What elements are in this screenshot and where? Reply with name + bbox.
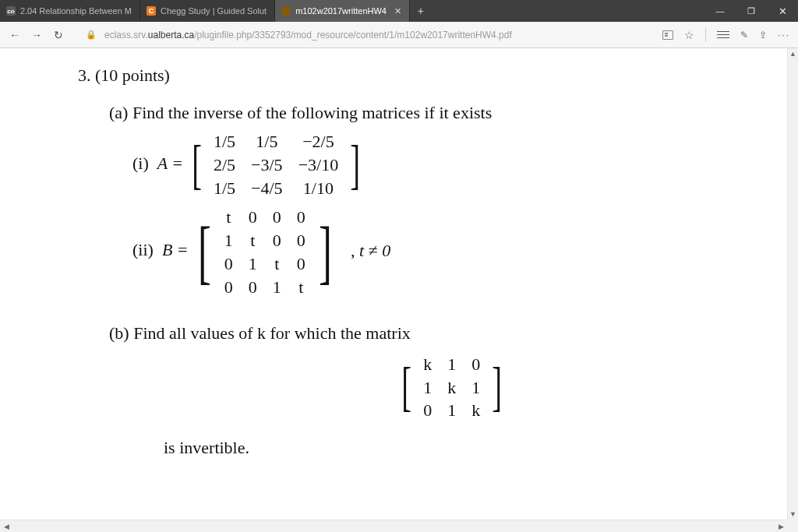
subpart-ii-condition: , t ≠ 0 [351,241,390,260]
part-a-text: Find the inverse of the following matric… [132,103,492,122]
cell: 1/10 [291,177,347,200]
matrix-A-table: 1/51/5−2/5 2/5−3/5−3/10 1/5−4/51/10 [206,130,346,199]
favorite-star-icon[interactable]: ☆ [684,29,694,41]
new-tab-button[interactable]: + [410,0,432,22]
toolbar-right: ☆ ✎ ⇪ ··· [662,28,790,42]
cell: −4/5 [243,177,291,200]
pdf-viewport: 3. (10 points) (a) Find the inverse of t… [0,48,798,520]
reading-view-icon[interactable] [662,30,673,40]
share-icon[interactable]: ⇪ [759,30,767,41]
tab-label: m102w2017writtenHW4 [295,6,387,16]
favicon-co-icon: co [6,6,16,16]
forward-button[interactable]: → [30,29,44,41]
url-path: /pluginfile.php/3352793/mod_resource/con… [194,30,512,41]
web-note-icon[interactable]: ✎ [740,30,748,41]
matrix-K-row: [ k10 1k1 01k ] [78,353,798,422]
cell: k [464,399,488,422]
cell: 0 [241,206,265,229]
cell: −3/10 [291,153,347,177]
cell: t [265,252,289,276]
lock-icon: 🔒 [86,30,97,40]
minimize-button[interactable]: — [704,0,736,22]
subpart-ii-label: (ii) [132,241,154,260]
part-b: (b) Find all values of k for which the m… [78,322,798,345]
part-b-text: Find all values of k for which the matri… [133,323,411,343]
cell: 0 [289,229,313,252]
question-number: 3. [78,65,91,85]
cell: t [217,206,241,229]
part-b-tail: is invertible. [78,436,798,460]
horizontal-scrollbar[interactable]: ◀ ▶ [0,520,787,532]
close-window-button[interactable]: ✕ [767,0,798,22]
matrix-B: [ t000 1t00 01t0 001t ] [192,206,337,298]
cell: 1 [440,399,464,422]
maximize-button[interactable]: ❐ [736,0,767,22]
bracket-right-icon: ] [493,371,503,403]
bracket-right-icon: ] [319,231,332,273]
subpart-i: (i) A = [ 1/51/5−2/5 2/5−3/5−3/10 1/5−4/… [78,130,798,199]
cell: 0 [217,276,241,299]
favicon-pdf-icon [281,6,291,16]
cell: 0 [241,276,265,299]
cell: 0 [217,252,241,276]
matrix-B-table: t000 1t00 01t0 001t [217,206,313,298]
favicon-chegg-icon: C [147,6,156,16]
scroll-corner [787,520,798,532]
cell: 0 [464,353,488,376]
pdf-page: 3. (10 points) (a) Find the inverse of t… [0,48,798,460]
url-prefix: eclass.srv. [104,30,148,41]
subpart-ii-lhs: B = [162,241,189,260]
tab-label: Chegg Study | Guided Solut [161,6,267,16]
part-a: (a) Find the inverse of the following ma… [78,101,798,125]
part-a-label: (a) [109,103,128,122]
part-b-label: (b) [109,323,129,343]
address-bar[interactable]: eclass.srv.ualberta.ca/pluginfile.php/33… [104,30,512,41]
tab-chegg[interactable]: C Chegg Study | Guided Solut [140,0,275,22]
tab-label: 2.04 Relationship Between M [20,6,132,16]
cell: t [289,276,313,299]
toolbar-divider [705,28,706,42]
cell: k [415,353,440,376]
cell: 0 [265,229,289,252]
cell: −3/5 [243,153,291,177]
cell: 1 [440,353,464,376]
url-domain: ualberta.ca [148,30,194,41]
refresh-button[interactable]: ↻ [51,29,65,41]
scroll-right-icon[interactable]: ▶ [775,520,787,532]
close-tab-icon[interactable]: ✕ [394,6,401,16]
window-controls: — ❐ ✕ [704,0,798,22]
question-header: 3. (10 points) [78,64,798,87]
back-button[interactable]: ← [8,29,22,41]
browser-toolbar: ← → ↻ 🔒 eclass.srv.ualberta.ca/pluginfil… [0,22,798,48]
subpart-ii: (ii) B = [ t000 1t00 01t0 001t ] , t ≠ 0 [78,206,798,298]
tab-relationship[interactable]: co 2.04 Relationship Between M [0,0,140,22]
cell: −2/5 [291,130,347,153]
cell: 0 [265,206,289,229]
cell: 1 [217,229,241,252]
cell: 0 [289,206,313,229]
bracket-left-icon: [ [192,149,202,181]
subpart-i-lhs: A = [157,153,183,173]
bracket-right-icon: ] [350,149,360,181]
cell: 1/5 [206,177,243,200]
cell: t [241,229,265,252]
scroll-down-icon[interactable]: ▼ [788,509,798,520]
hub-icon[interactable] [717,31,729,38]
cell: 1/5 [243,130,291,153]
cell: 1 [415,376,440,400]
cell: 1 [464,376,488,400]
question-points: (10 points) [95,65,170,85]
matrix-K-table: k10 1k1 01k [415,353,488,422]
bracket-left-icon: [ [401,371,411,403]
scroll-up-icon[interactable]: ▲ [788,48,798,59]
bracket-left-icon: [ [198,231,211,273]
more-icon[interactable]: ··· [778,30,790,41]
vertical-scrollbar[interactable]: ▲ ▼ [787,48,798,520]
scroll-left-icon[interactable]: ◀ [0,520,12,532]
cell: 0 [415,399,440,422]
tab-pdf-active[interactable]: m102w2017writtenHW4 ✕ [275,0,410,22]
cell: 1 [241,252,265,276]
matrix-K: [ k10 1k1 01k ] [397,353,507,422]
subpart-i-label: (i) [132,153,149,173]
cell: 1 [265,276,289,299]
